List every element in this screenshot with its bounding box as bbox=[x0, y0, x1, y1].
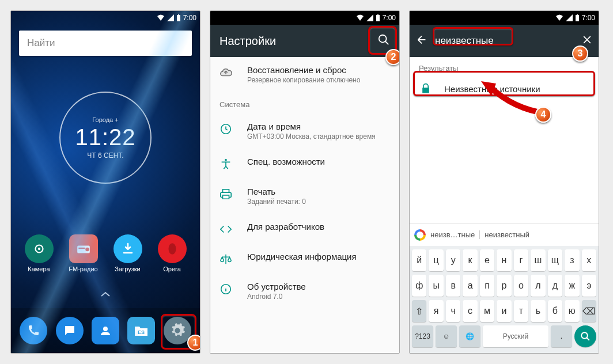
key-⇧[interactable]: ⇧ bbox=[412, 300, 426, 322]
key-ж[interactable]: ж bbox=[565, 275, 579, 297]
step-badge-3: 3 bbox=[572, 46, 588, 62]
clock-time: 11:22 bbox=[75, 124, 135, 150]
key-к[interactable]: к bbox=[463, 249, 477, 271]
kb-row-4: ?123 ☺ 🌐 Русский . bbox=[412, 325, 596, 347]
key-space[interactable]: Русский bbox=[483, 325, 548, 347]
key-search[interactable] bbox=[574, 325, 596, 347]
key-п[interactable]: п bbox=[480, 275, 494, 297]
setting-legal[interactable]: Юридическая информация bbox=[210, 244, 399, 274]
dock-phone[interactable] bbox=[20, 317, 47, 344]
app-opera[interactable]: Opera bbox=[153, 234, 191, 272]
key-б[interactable]: б bbox=[548, 300, 562, 322]
key-ф[interactable]: ф bbox=[412, 275, 426, 297]
app-label: Opera bbox=[163, 266, 181, 272]
key-х[interactable]: х bbox=[582, 249, 596, 271]
app-label: Загрузки bbox=[115, 266, 140, 272]
svg-point-12 bbox=[581, 332, 588, 339]
key-language[interactable]: 🌐 bbox=[459, 325, 480, 347]
settings-title: Настройки bbox=[220, 35, 276, 48]
setting-datetime[interactable]: Дата и время GMT+03:00 Москва, стандартн… bbox=[210, 113, 399, 149]
key-я[interactable]: я bbox=[429, 300, 443, 322]
clock-icon bbox=[220, 123, 232, 135]
setting-title: Дата и время bbox=[247, 122, 376, 131]
setting-sub: Android 7.0 bbox=[247, 293, 306, 301]
key-ь[interactable]: ь bbox=[531, 300, 545, 322]
svg-point-4 bbox=[85, 248, 89, 252]
signal-icon bbox=[167, 14, 174, 21]
setting-developer[interactable]: Для разработчиков bbox=[210, 214, 399, 244]
key-о[interactable]: о bbox=[514, 275, 528, 297]
key-и[interactable]: и bbox=[497, 300, 511, 322]
search-button[interactable] bbox=[377, 33, 390, 49]
key-ы[interactable]: ы bbox=[429, 275, 443, 297]
key-д[interactable]: д bbox=[548, 275, 562, 297]
suggestion[interactable]: неизвестный bbox=[479, 230, 529, 239]
suggestion[interactable]: неизв…тные bbox=[430, 230, 475, 239]
key-ч[interactable]: ч bbox=[446, 300, 460, 322]
app-label: Камера bbox=[28, 266, 50, 272]
signal-icon bbox=[366, 14, 373, 21]
key-symbols[interactable]: ?123 bbox=[412, 325, 433, 347]
code-icon bbox=[220, 223, 232, 236]
key-щ[interactable]: щ bbox=[548, 249, 562, 271]
svg-point-10 bbox=[225, 159, 227, 161]
key-у[interactable]: у bbox=[446, 249, 460, 271]
status-time: 7:00 bbox=[582, 14, 595, 22]
key-э[interactable]: э bbox=[582, 275, 596, 297]
key-г[interactable]: г bbox=[514, 249, 528, 271]
key-н[interactable]: н bbox=[497, 249, 511, 271]
key-в[interactable]: в bbox=[446, 275, 460, 297]
clock-widget[interactable]: Города + 11:22 ЧТ 6 СЕНТ. bbox=[59, 92, 152, 184]
key-period[interactable]: . bbox=[551, 325, 572, 347]
battery-icon bbox=[575, 14, 580, 21]
phone-search: 7:00 Результаты Неизвестные источники не… bbox=[409, 10, 599, 354]
key-е[interactable]: е bbox=[480, 249, 494, 271]
key-⌫[interactable]: ⌫ bbox=[582, 300, 596, 322]
results-header: Результаты bbox=[410, 57, 599, 76]
battery-icon bbox=[176, 14, 181, 21]
wifi-icon bbox=[157, 14, 165, 21]
search-icon bbox=[580, 331, 591, 342]
dock-messages[interactable] bbox=[56, 317, 84, 344]
setting-about[interactable]: Об устройстве Android 7.0 bbox=[210, 274, 399, 309]
app-downloads[interactable]: Загрузки bbox=[109, 234, 147, 272]
key-ю[interactable]: ю bbox=[565, 300, 579, 322]
app-camera[interactable]: Камера bbox=[20, 234, 58, 272]
status-bar: 7:00 bbox=[11, 11, 200, 25]
svg-marker-13 bbox=[481, 81, 496, 96]
setting-print[interactable]: Печать Заданий печати: 0 bbox=[210, 179, 399, 214]
home-search-bar[interactable]: Найти bbox=[19, 31, 192, 56]
dock-contacts[interactable] bbox=[92, 317, 119, 344]
setting-sub: GMT+03:00 Москва, стандартное время bbox=[247, 132, 376, 141]
accessibility-icon bbox=[220, 158, 232, 170]
key-ц[interactable]: ц bbox=[429, 249, 443, 271]
cloud-upload-icon bbox=[220, 66, 232, 79]
settings-list[interactable]: Восстановление и сброс Резервное копиров… bbox=[210, 57, 399, 353]
battery-icon bbox=[376, 14, 380, 21]
key-й[interactable]: й bbox=[412, 249, 426, 271]
key-м[interactable]: м bbox=[480, 300, 494, 322]
key-emoji[interactable]: ☺ bbox=[436, 325, 457, 347]
key-с[interactable]: с bbox=[463, 300, 477, 322]
svg-point-1 bbox=[37, 248, 40, 250]
step-badge-4: 4 bbox=[535, 107, 551, 123]
setting-title: Печать bbox=[247, 187, 306, 196]
app-drawer-handle[interactable] bbox=[100, 290, 111, 300]
key-л[interactable]: л bbox=[531, 275, 545, 297]
wifi-icon bbox=[555, 14, 563, 21]
key-з[interactable]: з bbox=[565, 249, 579, 271]
setting-accessibility[interactable]: Спец. возможности bbox=[210, 149, 399, 179]
google-icon[interactable] bbox=[414, 229, 426, 241]
kb-row-1: йцукенгшщзх bbox=[412, 249, 596, 271]
app-fmradio[interactable]: FM-радио bbox=[65, 234, 103, 272]
clock-city: Города + bbox=[92, 116, 118, 123]
setting-backup[interactable]: Восстановление и сброс Резервное копиров… bbox=[210, 57, 399, 92]
key-т[interactable]: т bbox=[514, 300, 528, 322]
key-ш[interactable]: ш bbox=[531, 249, 545, 271]
key-а[interactable]: а bbox=[463, 275, 477, 297]
key-р[interactable]: р bbox=[497, 275, 511, 297]
settings-search-input[interactable] bbox=[435, 35, 574, 47]
svg-point-6 bbox=[103, 327, 108, 331]
back-button[interactable] bbox=[415, 33, 428, 48]
dock-files[interactable]: ES bbox=[127, 317, 155, 344]
